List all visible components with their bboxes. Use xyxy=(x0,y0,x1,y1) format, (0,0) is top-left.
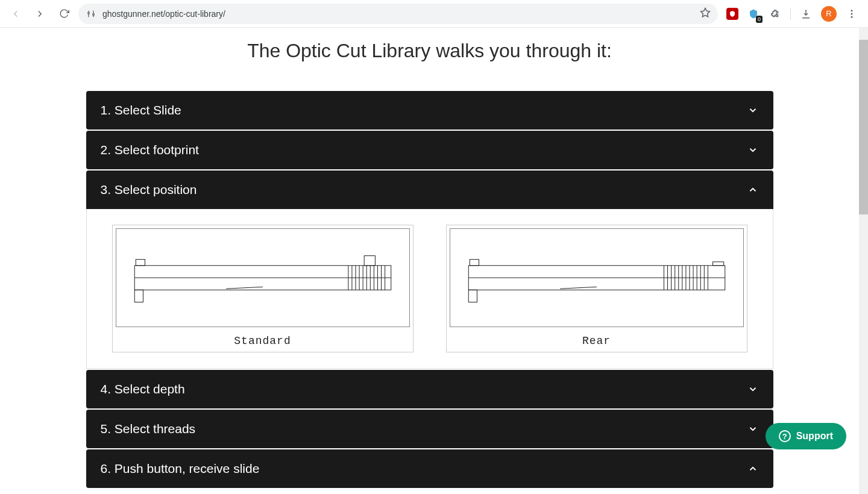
svg-point-8 xyxy=(851,13,853,14)
position-option-rear[interactable]: Rear xyxy=(446,225,747,352)
address-bar[interactable]: ghostgunner.net/optic-cut-library/ xyxy=(78,4,718,24)
accordion: 1. Select Slide 2. Select footprint 3. S… xyxy=(86,91,773,488)
option-label: Standard xyxy=(113,330,413,352)
support-label: Support xyxy=(796,431,833,442)
svg-rect-25 xyxy=(134,290,143,302)
extensions-area: 0 R xyxy=(723,6,862,22)
accordion-header-push-button[interactable]: 6. Push button, receive slide xyxy=(86,449,773,488)
chevron-down-icon xyxy=(747,104,759,116)
accordion-item-5: 5. Select threads xyxy=(86,410,773,448)
browser-toolbar: ghostgunner.net/optic-cut-library/ 0 R xyxy=(0,0,868,28)
chevron-down-icon xyxy=(747,423,759,435)
reload-button[interactable] xyxy=(54,4,74,23)
downloads-icon[interactable] xyxy=(799,7,813,20)
accordion-item-6: 6. Push button, receive slide xyxy=(86,449,773,488)
accordion-item-3: 3. Select position xyxy=(86,170,773,369)
svg-rect-11 xyxy=(136,260,145,266)
support-button[interactable]: ? Support xyxy=(766,423,846,449)
accordion-header-select-depth[interactable]: 4. Select depth xyxy=(86,370,773,408)
accordion-title: 5. Select threads xyxy=(101,422,196,436)
help-icon: ? xyxy=(779,430,791,442)
accordion-item-1: 1. Select Slide xyxy=(86,91,773,130)
bookmark-star-icon[interactable] xyxy=(700,7,711,20)
page-content: The Optic Cut Library walks you through … xyxy=(0,28,859,494)
option-label: Rear xyxy=(447,330,747,352)
page-title: The Optic Cut Library walks you through … xyxy=(0,40,859,62)
toolbar-divider xyxy=(790,8,791,20)
slide-diagram-rear xyxy=(450,228,744,327)
chevron-down-icon xyxy=(747,144,759,156)
svg-rect-28 xyxy=(470,260,479,266)
forward-button[interactable] xyxy=(30,4,49,23)
svg-point-0 xyxy=(88,12,90,14)
accordion-header-select-slide[interactable]: 1. Select Slide xyxy=(86,91,773,130)
slide-diagram-standard xyxy=(116,228,410,327)
ublock-extension-icon[interactable] xyxy=(726,8,738,20)
chevron-up-icon xyxy=(747,184,759,196)
accordion-body-position: Standard Rear xyxy=(86,209,773,369)
url-text: ghostgunner.net/optic-cut-library/ xyxy=(102,9,694,19)
accordion-item-4: 4. Select depth xyxy=(86,370,773,408)
svg-point-3 xyxy=(93,14,95,16)
svg-marker-6 xyxy=(701,8,710,17)
svg-rect-44 xyxy=(468,290,477,302)
accordion-title: 4. Select depth xyxy=(101,382,185,396)
position-option-standard[interactable]: Standard xyxy=(112,225,414,352)
site-settings-icon[interactable] xyxy=(86,8,96,19)
svg-line-43 xyxy=(560,287,597,289)
chevron-up-icon xyxy=(747,463,759,475)
svg-point-9 xyxy=(851,16,853,17)
accordion-header-select-footprint[interactable]: 2. Select footprint xyxy=(86,131,773,169)
svg-rect-12 xyxy=(364,256,375,266)
badge-count: 0 xyxy=(756,16,763,23)
kebab-menu-icon[interactable] xyxy=(845,7,858,20)
extensions-puzzle-icon[interactable] xyxy=(769,7,782,20)
svg-rect-29 xyxy=(712,262,723,266)
accordion-title: 3. Select position xyxy=(101,183,197,197)
back-button[interactable] xyxy=(6,4,25,23)
accordion-title: 1. Select Slide xyxy=(101,103,181,117)
accordion-item-2: 2. Select footprint xyxy=(86,131,773,169)
accordion-title: 2. Select footprint xyxy=(101,143,199,157)
accordion-header-select-threads[interactable]: 5. Select threads xyxy=(86,410,773,448)
profile-avatar[interactable]: R xyxy=(821,6,837,22)
accordion-header-select-position[interactable]: 3. Select position xyxy=(86,170,773,209)
extension-badge-icon[interactable]: 0 xyxy=(747,7,760,20)
accordion-title: 6. Push button, receive slide xyxy=(101,461,260,476)
chevron-down-icon xyxy=(747,383,759,395)
svg-line-24 xyxy=(226,287,263,289)
svg-point-7 xyxy=(851,10,853,11)
